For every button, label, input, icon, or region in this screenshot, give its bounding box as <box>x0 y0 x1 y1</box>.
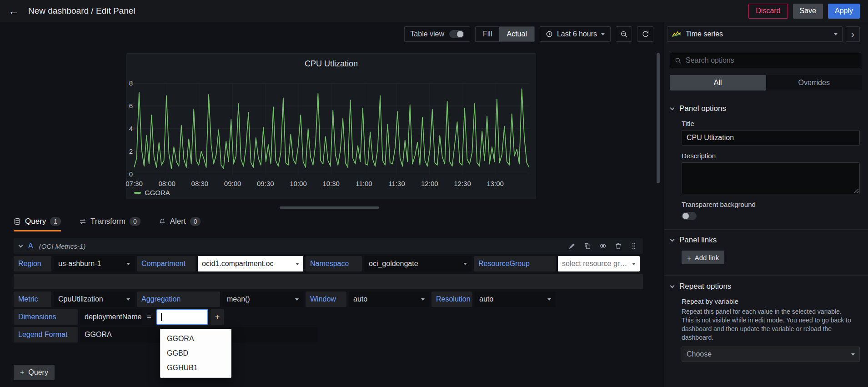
apply-button[interactable]: Apply <box>828 4 860 19</box>
x-tick-label: 12:30 <box>454 180 471 187</box>
tab-transform[interactable]: Transform 0 <box>79 217 140 231</box>
compartment-value: ocid1.compartment.oc <box>202 260 273 268</box>
chart-legend[interactable]: GGORA <box>134 189 170 196</box>
tab-query[interactable]: Query 1 <box>14 217 61 231</box>
legend-format-label: Legend Format <box>14 327 78 342</box>
chart-panel: CPU Utlization 86420 07:3008:0008:3009:0… <box>126 53 536 199</box>
region-value: us-ashburn-1 <box>58 260 101 268</box>
dimension-key-field[interactable]: deploymentName <box>80 309 142 325</box>
y-tick-label: 4 <box>128 125 133 132</box>
visualization-name: Time series <box>686 30 829 38</box>
panel-links-header[interactable]: Panel links <box>664 236 868 245</box>
table-view-control: Table view <box>404 26 470 42</box>
x-tick-label: 09:30 <box>257 180 274 187</box>
repeat-help-text: Repeat this panel for each value in the … <box>682 307 854 342</box>
panel-options-header[interactable]: Panel options <box>664 104 868 113</box>
repeat-variable-placeholder: Choose <box>687 350 712 358</box>
panel-description-textarea[interactable] <box>682 162 860 194</box>
vertical-scrollbar[interactable] <box>657 53 660 183</box>
chevron-down-icon <box>632 263 636 265</box>
drag-handle-icon[interactable] <box>630 242 637 250</box>
region-label: Region <box>14 256 51 271</box>
options-search[interactable] <box>670 53 862 68</box>
transparent-background-toggle[interactable] <box>682 212 697 220</box>
panel-resize-handle[interactable] <box>280 206 379 209</box>
window-select[interactable]: auto <box>349 292 429 307</box>
dimension-value-menu: GGORAGGBDGGHUB1 <box>160 329 231 378</box>
panel-toolbar: Table view Fill Actual Last 6 hours <box>404 26 653 42</box>
fill-actual-segment: Fill Actual <box>475 26 535 42</box>
tab-all[interactable]: All <box>670 75 766 90</box>
query-row-dimensions: Dimensions deploymentName = + <box>14 309 643 325</box>
chevron-down-icon[interactable] <box>19 243 23 248</box>
edit-query-icon[interactable] <box>568 242 576 250</box>
title-field-label: Title <box>682 120 868 127</box>
dimension-option-ggora[interactable]: GGORA <box>161 332 231 346</box>
add-query-button[interactable]: + Query <box>14 365 55 380</box>
x-tick-label: 10:30 <box>322 180 340 187</box>
chart-plot[interactable] <box>134 83 529 174</box>
chevron-down-icon <box>851 353 855 356</box>
resourcegroup-input[interactable]: select resource group <box>558 256 640 271</box>
dimensions-label: Dimensions <box>14 309 78 325</box>
visualization-picker[interactable]: Time series <box>667 26 843 42</box>
window-label: Window <box>306 292 346 307</box>
chevron-down-icon <box>834 33 838 35</box>
metric-value: CpuUtilization <box>58 295 103 303</box>
actual-option[interactable]: Actual <box>499 27 534 41</box>
repeat-options-header[interactable]: Repeat options <box>664 282 868 291</box>
duplicate-query-icon[interactable] <box>584 242 591 250</box>
back-arrow-icon[interactable]: ← <box>8 5 19 16</box>
x-tick-label: 08:00 <box>158 180 176 187</box>
tab-alert-label: Alert <box>170 217 186 226</box>
tab-overrides[interactable]: Overrides <box>766 75 863 90</box>
metric-select[interactable]: CpuUtilization <box>54 292 135 307</box>
table-view-label: Table view <box>410 30 444 38</box>
add-link-button[interactable]: + Add link <box>682 251 724 264</box>
grafana-edit-panel: { "topbar": { "back_icon": "←", "title":… <box>0 0 868 387</box>
repeat-variable-select[interactable]: Choose <box>682 347 860 362</box>
resolution-select[interactable]: auto <box>475 292 556 307</box>
legend-series-label: GGORA <box>145 189 170 196</box>
query-row-header[interactable]: A (OCI Metrics-1) <box>14 238 643 254</box>
add-dimension-button[interactable]: + <box>211 309 224 325</box>
options-search-input[interactable] <box>686 56 857 65</box>
collapse-options-button[interactable]: › <box>846 26 860 42</box>
panel-links-header-label: Panel links <box>679 236 717 245</box>
aggregation-select[interactable]: mean() <box>222 292 303 307</box>
dimension-value-input[interactable] <box>156 309 208 325</box>
region-select[interactable]: us-ashburn-1 <box>54 256 135 271</box>
timeseries-viz-icon <box>672 31 681 37</box>
fill-option[interactable]: Fill <box>476 27 499 41</box>
refresh-button[interactable] <box>637 26 653 42</box>
topbar: ← New dashboard / Edit Panel Discard Sav… <box>0 0 868 22</box>
zoom-out-icon <box>620 30 628 38</box>
query-ref-id: A <box>28 242 33 250</box>
delete-query-icon[interactable] <box>615 242 622 250</box>
query-editor: A (OCI Metrics-1) Region us-ashburn-1 Co… <box>14 238 643 380</box>
x-tick-label: 13:00 <box>487 180 504 187</box>
options-filter-tabs: All Overrides <box>670 75 862 90</box>
compartment-input[interactable]: ocid1.compartment.oc <box>198 256 303 271</box>
hide-query-icon[interactable] <box>599 242 607 250</box>
chevron-down-icon <box>670 237 675 242</box>
x-tick-label: 08:30 <box>191 180 209 187</box>
y-tick-label: 8 <box>128 79 133 87</box>
zoom-out-button[interactable] <box>616 26 632 42</box>
x-tick-label: 10:00 <box>290 180 307 187</box>
discard-button[interactable]: Discard <box>748 4 788 19</box>
y-tick-label: 2 <box>128 147 133 155</box>
dimension-option-ggbd[interactable]: GGBD <box>161 346 231 361</box>
tab-alert[interactable]: Alert 0 <box>159 217 201 231</box>
table-view-toggle[interactable] <box>449 30 464 38</box>
chevron-down-icon <box>601 33 605 35</box>
panel-title-input[interactable] <box>682 130 860 146</box>
bell-icon <box>159 218 166 225</box>
dimension-option-gghub1[interactable]: GGHUB1 <box>161 361 231 375</box>
chevron-down-icon <box>126 263 130 265</box>
namespace-select[interactable]: oci_goldengate <box>364 256 472 271</box>
dimension-operator: = <box>144 309 154 325</box>
time-range-picker[interactable]: Last 6 hours <box>540 26 611 42</box>
save-button[interactable]: Save <box>793 4 823 19</box>
tab-alert-badge: 0 <box>190 217 201 226</box>
